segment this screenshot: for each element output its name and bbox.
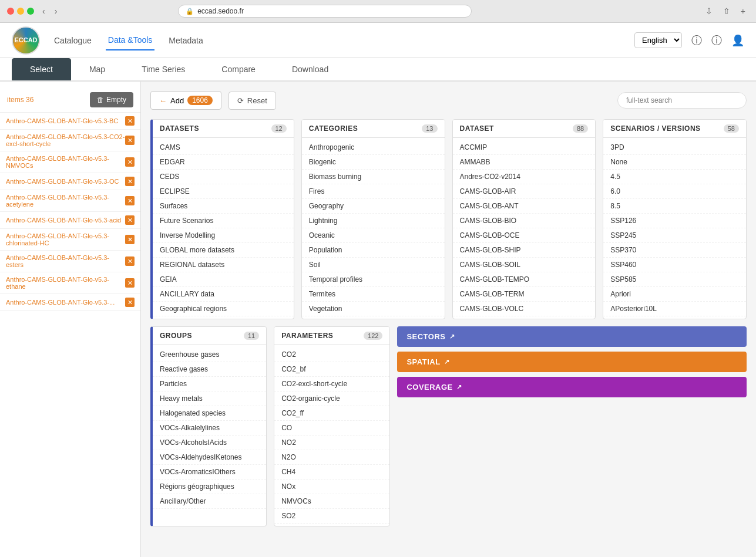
list-item[interactable]: CAMS-GLOB-TEMPO <box>453 272 596 287</box>
list-item[interactable]: Anthro-CAMS-GLOB-ANT-Glo-v5.3-chlorinate… <box>0 229 140 251</box>
list-item[interactable]: Apriori <box>603 287 746 302</box>
list-item[interactable]: SSP245 <box>603 228 746 243</box>
list-item[interactable]: Ancillary/Other <box>153 494 266 509</box>
list-item[interactable]: SSP460 <box>603 258 746 272</box>
list-item[interactable]: Inverse Modelling <box>153 228 294 243</box>
back-button[interactable]: ‹ <box>39 5 49 17</box>
list-item[interactable]: SSP126 <box>603 214 746 228</box>
list-item[interactable]: Particles <box>153 377 266 391</box>
list-item[interactable]: CAMS-GLOB-BIO <box>453 214 596 228</box>
list-item[interactable]: Anthropogenic <box>302 140 445 155</box>
list-item[interactable]: CAMS-GLOB-SOIL <box>453 258 596 272</box>
info-icon[interactable]: ⓘ <box>711 33 722 48</box>
spatial-button[interactable]: SPATIAL ↗ <box>397 352 747 372</box>
list-item[interactable]: Temporal profiles <box>302 272 445 287</box>
remove-button[interactable]: ✕ <box>125 196 135 205</box>
list-item[interactable]: 6.0 <box>603 184 746 199</box>
list-item[interactable]: Oceanic <box>302 228 445 243</box>
dot-green[interactable] <box>27 8 34 15</box>
remove-button[interactable]: ✕ <box>125 298 135 307</box>
list-item[interactable]: Andres-CO2-v2014 <box>453 170 596 184</box>
list-item[interactable]: CO2_ff <box>274 406 389 421</box>
nav-metadata[interactable]: Metadata <box>166 31 205 50</box>
remove-button[interactable]: ✕ <box>125 278 135 288</box>
list-item[interactable]: Anthro-CAMS-GLOB-ANT-Glo-v5.3-CO2-excl-s… <box>0 130 140 151</box>
remove-button[interactable]: ✕ <box>125 136 135 145</box>
sectors-button[interactable]: SECTORS ↗ <box>397 326 747 347</box>
list-item[interactable]: ECLIPSE <box>153 184 294 199</box>
tab-map[interactable]: Map <box>71 58 123 80</box>
list-item[interactable]: CH4 <box>274 465 389 480</box>
list-item[interactable]: APosteriori10L <box>603 302 746 316</box>
add-button[interactable]: ← Add 1606 <box>150 91 221 110</box>
list-item[interactable]: Soil <box>302 258 445 272</box>
download-icon[interactable]: ⇩ <box>702 5 716 17</box>
list-item[interactable]: Reactive gases <box>153 362 266 377</box>
list-item[interactable]: ACCMIP <box>453 140 596 155</box>
remove-button[interactable]: ✕ <box>125 215 135 225</box>
list-item[interactable]: Geographical regions <box>153 302 294 316</box>
tab-select[interactable]: Select <box>12 58 71 80</box>
list-item[interactable]: Anthro-CAMS-GLOB-ANT-Glo-v5.3-acid ✕ <box>0 212 140 229</box>
list-item[interactable]: CAMS-GLOB-ANT <box>453 199 596 214</box>
share-icon[interactable]: ⇧ <box>720 5 734 17</box>
new-tab-icon[interactable]: + <box>737 5 749 17</box>
list-item[interactable]: NOx <box>274 480 389 494</box>
list-item[interactable]: Anthro-CAMS-GLOB-ANT-Glo-v5.3-... ✕ <box>0 294 140 311</box>
list-item[interactable]: CAMS-GLOB-VOLC <box>453 302 596 316</box>
nav-data-tools[interactable]: Data &Tools <box>106 31 154 50</box>
list-item[interactable]: Biogenic <box>302 155 445 170</box>
list-item[interactable]: None <box>603 155 746 170</box>
list-item[interactable]: GLOBAL more datasets <box>153 243 294 258</box>
list-item[interactable]: 4.5 <box>603 170 746 184</box>
reset-button[interactable]: ⟳ Reset <box>229 92 276 110</box>
remove-button[interactable]: ✕ <box>125 235 135 244</box>
list-item[interactable]: VOCs-AromaticsIOthers <box>153 465 266 480</box>
list-item[interactable]: SO2 <box>274 509 389 524</box>
help-icon[interactable]: ⓘ <box>691 33 702 48</box>
nav-catalogue[interactable]: Catalogue <box>52 31 94 50</box>
list-item[interactable]: CO2 <box>274 347 389 362</box>
list-item[interactable]: VOCs-AlcoholsIAcids <box>153 436 266 450</box>
list-item[interactable]: Future Scenarios <box>153 214 294 228</box>
list-item[interactable]: SSP370 <box>603 243 746 258</box>
list-item[interactable]: Termites <box>302 287 445 302</box>
list-item[interactable]: CEDS <box>153 170 294 184</box>
list-item[interactable]: Population <box>302 243 445 258</box>
list-item[interactable]: AMMABB <box>453 155 596 170</box>
list-item[interactable]: VOCs-AldehydesIKetones <box>153 450 266 465</box>
list-item[interactable]: ANCILLARY data <box>153 287 294 302</box>
list-item[interactable]: NO2 <box>274 436 389 450</box>
list-item[interactable]: VOCs-Alkalelylines <box>153 421 266 436</box>
list-item[interactable]: SSP585 <box>603 272 746 287</box>
list-item[interactable]: Anthro-CAMS-GLOB-ANT-Glo-v5.3-BC ✕ <box>0 113 140 130</box>
list-item[interactable]: CO2-excl-short-cycle <box>274 377 389 391</box>
list-item[interactable]: 3PD <box>603 140 746 155</box>
list-item[interactable]: Anthro-CAMS-GLOB-ANT-Glo-v5.3-acetylene … <box>0 190 140 212</box>
list-item[interactable]: CAMS-GLOB-TERM <box>453 287 596 302</box>
coverage-button[interactable]: COVERAGE ↗ <box>397 377 747 397</box>
list-item[interactable]: CAMS <box>153 140 294 155</box>
list-item[interactable]: CAMS-GLOB-OCE <box>453 228 596 243</box>
list-item[interactable]: REGIONAL datasets <box>153 258 294 272</box>
remove-button[interactable]: ✕ <box>125 157 135 167</box>
list-item[interactable]: Anthro-CAMS-GLOB-ANT-Glo-v5.3-NMVOCs ✕ <box>0 151 140 173</box>
empty-button[interactable]: 🗑 Empty <box>90 92 133 107</box>
tab-download[interactable]: Download <box>274 58 347 80</box>
dot-red[interactable] <box>7 8 14 15</box>
list-item[interactable]: Fires <box>302 184 445 199</box>
remove-button[interactable]: ✕ <box>125 116 135 126</box>
forward-button[interactable]: › <box>51 5 61 17</box>
list-item[interactable]: CO2_bf <box>274 362 389 377</box>
list-item[interactable]: NMVOCs <box>274 494 389 509</box>
list-item[interactable]: Anthro-CAMS-GLOB-ANT-Glo-v5.3-OC ✕ <box>0 173 140 190</box>
list-item[interactable]: Halogenated species <box>153 406 266 421</box>
address-bar[interactable]: 🔒 eccad.sedoo.fr <box>178 5 472 18</box>
tab-compare[interactable]: Compare <box>203 58 274 80</box>
remove-button[interactable]: ✕ <box>125 177 135 186</box>
list-item[interactable]: Anthro-CAMS-GLOB-ANT-Glo-v5.3-ethane ✕ <box>0 272 140 294</box>
dot-yellow[interactable] <box>17 8 24 15</box>
list-item[interactable]: Surfaces <box>153 199 294 214</box>
list-item[interactable]: CAMS-GLOB-SHIP <box>453 243 596 258</box>
list-item[interactable]: CAMS-GLOB-AIR <box>453 184 596 199</box>
